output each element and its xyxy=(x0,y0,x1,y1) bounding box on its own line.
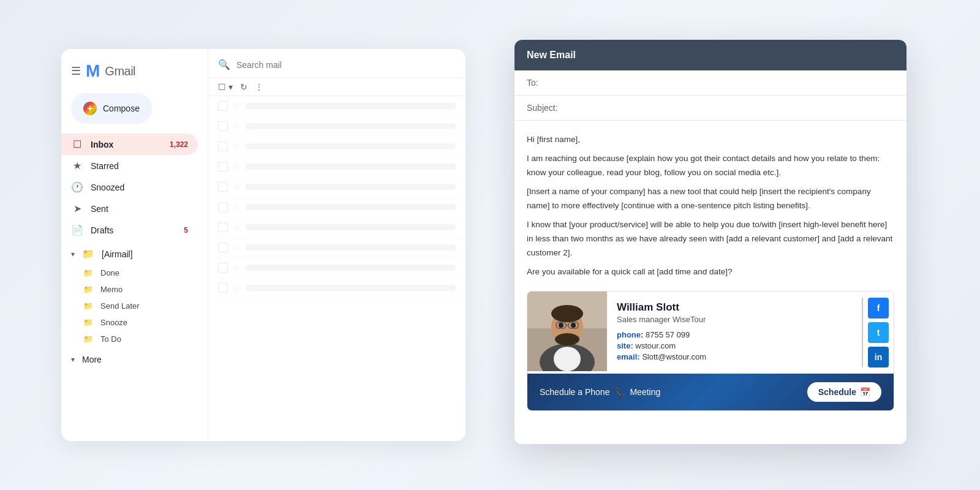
subject-label: Subject: xyxy=(527,103,564,113)
inbox-count: 1,322 xyxy=(170,140,188,149)
signature-name: William Slott xyxy=(617,301,852,314)
row-star[interactable]: ☆ xyxy=(233,283,241,293)
sidebar-item-done[interactable]: 📁 Done xyxy=(61,265,208,281)
row-checkbox[interactable] xyxy=(218,121,228,131)
to-label: To: xyxy=(527,78,564,88)
drafts-label: Drafts xyxy=(91,225,176,235)
snooze-label: Snooze xyxy=(100,318,127,327)
sidebar-item-starred[interactable]: ★ Starred xyxy=(61,155,198,176)
search-bar: 🔍 xyxy=(208,49,466,78)
row-preview xyxy=(246,285,456,291)
sidebar-item-snooze[interactable]: 📁 Snooze xyxy=(61,314,208,331)
site-value: wstour.com xyxy=(635,341,676,350)
table-row[interactable]: ☆ xyxy=(208,116,466,137)
todo-label: To Do xyxy=(100,334,121,344)
sidebar-item-sent[interactable]: ➤ Sent xyxy=(61,198,198,219)
table-row[interactable]: ☆ xyxy=(208,137,466,157)
row-checkbox[interactable] xyxy=(218,243,228,252)
refresh-icon[interactable]: ↻ xyxy=(240,82,247,92)
search-icon: 🔍 xyxy=(218,59,230,70)
row-checkbox[interactable] xyxy=(218,202,228,212)
email-list: 🔍 ☐ ▾ ↻ ⋮ ☆ ☆ ☆ xyxy=(208,49,466,441)
row-preview xyxy=(246,103,456,109)
compose-button[interactable]: + Compose xyxy=(71,93,152,124)
row-preview xyxy=(246,244,456,251)
compose-subject-row: Subject: xyxy=(514,96,907,121)
facebook-button[interactable]: f xyxy=(868,298,889,318)
phone-value: 8755 57 099 xyxy=(646,330,690,339)
done-folder-icon: 📁 xyxy=(83,268,93,277)
search-input[interactable] xyxy=(236,60,456,70)
row-star[interactable]: ☆ xyxy=(233,121,241,131)
select-all-checkbox[interactable]: ☐ ▾ xyxy=(218,82,233,92)
signature-block: William Slott Sales manager WiseTour pho… xyxy=(527,291,894,411)
table-row[interactable]: ☆ xyxy=(208,278,466,298)
sidebar-item-send-later[interactable]: 📁 Send Later xyxy=(61,298,208,314)
row-checkbox[interactable] xyxy=(218,162,228,172)
body-line-5: Are you available for a quick call at [a… xyxy=(527,265,894,279)
subject-input[interactable] xyxy=(568,103,894,113)
todo-folder-icon: 📁 xyxy=(83,334,93,344)
sidebar-item-memo[interactable]: 📁 Memo xyxy=(61,281,208,298)
table-row[interactable]: ☆ xyxy=(208,96,466,116)
table-row[interactable]: ☆ xyxy=(208,238,466,258)
table-row[interactable]: ☆ xyxy=(208,157,466,177)
row-checkbox[interactable] xyxy=(218,101,228,111)
phone-emoji-icon: 📞 xyxy=(614,387,625,397)
sidebar-item-more[interactable]: ▾ More xyxy=(61,350,198,369)
snooze-folder-icon: 📁 xyxy=(83,318,93,327)
sidebar-item-todo[interactable]: 📁 To Do xyxy=(61,331,208,347)
inbox-icon: ☐ xyxy=(71,138,83,150)
email-rows: ☆ ☆ ☆ ☆ ☆ xyxy=(208,96,466,441)
row-checkbox[interactable] xyxy=(218,141,228,151)
linkedin-button[interactable]: in xyxy=(868,347,889,368)
snoozed-label: Snoozed xyxy=(91,183,188,192)
table-row[interactable]: ☆ xyxy=(208,258,466,278)
row-preview xyxy=(246,143,456,149)
row-preview xyxy=(246,265,456,271)
row-star[interactable]: ☆ xyxy=(233,222,241,232)
meeting-label: Meeting xyxy=(630,387,660,397)
compose-title: New Email xyxy=(527,50,576,60)
row-star[interactable]: ☆ xyxy=(233,263,241,273)
table-row[interactable]: ☆ xyxy=(208,197,466,217)
star-icon: ★ xyxy=(71,160,83,172)
more-label: More xyxy=(82,355,188,364)
twitter-icon: t xyxy=(877,328,880,337)
table-row[interactable]: ☆ xyxy=(208,217,466,238)
row-checkbox[interactable] xyxy=(218,263,228,273)
row-checkbox[interactable] xyxy=(218,182,228,192)
row-preview xyxy=(246,204,456,210)
row-preview xyxy=(246,184,456,190)
twitter-button[interactable]: t xyxy=(868,322,889,343)
hamburger-icon[interactable]: ☰ xyxy=(71,64,81,78)
row-star[interactable]: ☆ xyxy=(233,101,241,111)
compose-body[interactable]: Hi [first name], I am reaching out becau… xyxy=(514,121,907,444)
sidebar-item-inbox[interactable]: ☐ Inbox 1,322 xyxy=(61,134,198,155)
facebook-icon: f xyxy=(877,303,880,313)
row-star[interactable]: ☆ xyxy=(233,141,241,151)
row-star[interactable]: ☆ xyxy=(233,202,241,212)
svg-point-3 xyxy=(554,347,581,371)
row-star[interactable]: ☆ xyxy=(233,243,241,252)
signature-photo xyxy=(527,292,607,371)
schedule-button[interactable]: Schedule 📅 xyxy=(807,382,881,402)
sidebar-item-snoozed[interactable]: 🕐 Snoozed xyxy=(61,176,198,198)
drafts-icon: 📄 xyxy=(71,224,83,236)
phone-label: phone: xyxy=(617,330,643,339)
row-checkbox[interactable] xyxy=(218,222,228,232)
to-input[interactable] xyxy=(568,78,894,88)
signature-top: William Slott Sales manager WiseTour pho… xyxy=(527,292,894,374)
sidebar-item-drafts[interactable]: 📄 Drafts 5 xyxy=(61,219,198,241)
row-checkbox[interactable] xyxy=(218,283,228,293)
memo-label: Memo xyxy=(100,285,123,294)
more-options-icon[interactable]: ⋮ xyxy=(255,82,263,92)
gmail-sidebar: ☰ M Gmail + Compose ☐ Inbox 1,322 ★ Star… xyxy=(61,49,208,441)
email-label: email: xyxy=(617,352,640,361)
row-star[interactable]: ☆ xyxy=(233,182,241,192)
table-row[interactable]: ☆ xyxy=(208,177,466,197)
sidebar-item-airmail[interactable]: ▾ 📁 [Airmail] xyxy=(61,243,198,265)
row-star[interactable]: ☆ xyxy=(233,162,241,172)
airmail-section-label: [Airmail] xyxy=(102,249,188,259)
gmail-logo-text: Gmail xyxy=(105,64,135,78)
